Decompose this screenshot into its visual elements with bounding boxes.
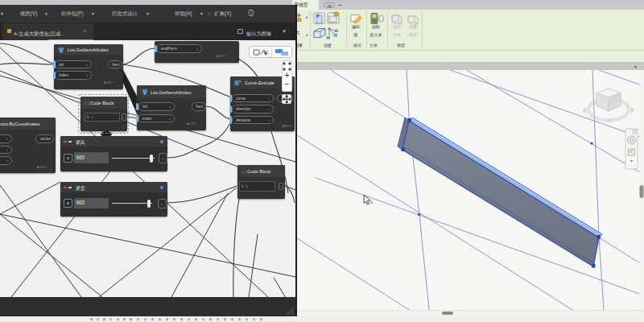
svg-text:拾取: 拾取 <box>372 24 380 30</box>
svg-text:相关: 相关 <box>393 24 401 30</box>
svg-text:楼层: 楼层 <box>408 32 417 37</box>
svg-text:新主体: 新主体 <box>370 32 382 37</box>
svg-text:创建: 创建 <box>324 43 332 48</box>
svg-text:模式: 模式 <box>353 43 361 47</box>
svg-text:模型: 模型 <box>397 43 405 47</box>
svg-text:编辑: 编辑 <box>352 24 360 29</box>
svg-text:主体: 主体 <box>393 32 401 37</box>
svg-text:主体: 主体 <box>369 43 378 47</box>
svg-text:体量: 体量 <box>408 25 417 29</box>
svg-text:族: 族 <box>353 32 358 37</box>
